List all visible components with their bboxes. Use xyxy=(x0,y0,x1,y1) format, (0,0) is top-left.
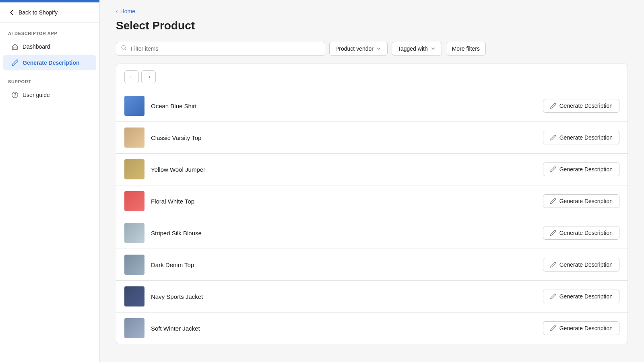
product-name: Classic Varsity Top xyxy=(151,134,537,141)
generate-btn-label: Generate Description xyxy=(559,103,613,109)
sidebar: Back to Shopify AI DESCRIPTOR APP Dashbo… xyxy=(0,0,100,362)
product-thumbnail xyxy=(124,159,144,179)
table-row: Ocean Blue Shirt Generate Description xyxy=(116,90,627,122)
product-name: Striped Silk Blouse xyxy=(151,230,537,237)
generate-btn-label: Generate Description xyxy=(559,230,613,236)
product-name: Soft Winter Jacket xyxy=(151,325,537,332)
breadcrumb-home[interactable]: Home xyxy=(120,8,135,14)
pencil-btn-icon xyxy=(550,198,556,204)
chevron-down-icon-2 xyxy=(430,46,436,51)
product-name: Ocean Blue Shirt xyxy=(151,103,537,109)
product-name: Navy Sports Jacket xyxy=(151,293,537,300)
main-content: ‹ Home Select Product Product vendor Tag… xyxy=(100,0,644,362)
table-row: Soft Winter Jacket Generate Description xyxy=(116,313,627,344)
more-filters-button[interactable]: More filters xyxy=(446,42,486,56)
pencil-btn-icon xyxy=(550,325,556,331)
table-row: Navy Sports Jacket Generate Description xyxy=(116,281,627,313)
generate-description-button[interactable]: Generate Description xyxy=(543,290,619,303)
table-row: Yellow Wool Jumper Generate Description xyxy=(116,154,627,185)
sidebar-generate-label: Generate Description xyxy=(23,60,80,66)
sidebar-userguide-label: User guide xyxy=(23,92,50,98)
search-icon xyxy=(121,45,127,53)
chevron-down-icon xyxy=(376,46,382,51)
product-vendor-filter[interactable]: Product vendor xyxy=(329,42,388,56)
product-name: Floral White Top xyxy=(151,198,537,205)
generate-btn-label: Generate Description xyxy=(559,325,613,331)
breadcrumb-chevron: ‹ xyxy=(116,8,118,14)
generate-description-button[interactable]: Generate Description xyxy=(543,162,619,176)
more-filters-label: More filters xyxy=(452,45,480,52)
sidebar-item-dashboard[interactable]: Dashboard xyxy=(3,39,96,54)
app-section-label: AI DESCRIPTOR APP xyxy=(0,23,99,39)
search-container xyxy=(116,42,325,56)
search-input[interactable] xyxy=(116,42,325,56)
table-row: Floral White Top Generate Description xyxy=(116,185,627,217)
tagged-with-filter[interactable]: Tagged with xyxy=(392,42,442,56)
product-list: Ocean Blue Shirt Generate Description Cl… xyxy=(116,90,627,344)
product-thumbnail xyxy=(124,128,144,148)
product-thumbnail xyxy=(124,318,144,338)
product-thumbnail xyxy=(124,223,144,243)
generate-description-button[interactable]: Generate Description xyxy=(543,99,619,113)
question-icon xyxy=(11,91,19,99)
sidebar-item-user-guide[interactable]: User guide xyxy=(3,87,96,103)
product-vendor-label: Product vendor xyxy=(335,45,374,52)
product-thumbnail xyxy=(124,96,144,116)
pagination-nav: ← → xyxy=(116,64,627,90)
next-page-button[interactable]: → xyxy=(141,70,156,83)
breadcrumb: ‹ Home xyxy=(116,0,628,19)
generate-description-button[interactable]: Generate Description xyxy=(543,194,619,208)
product-thumbnail xyxy=(124,255,144,275)
generate-description-button[interactable]: Generate Description xyxy=(543,321,619,335)
generate-btn-label: Generate Description xyxy=(559,293,613,300)
generate-description-button[interactable]: Generate Description xyxy=(543,226,619,240)
pencil-icon xyxy=(11,59,19,66)
support-section-label: SUPPORT xyxy=(0,71,99,87)
back-label: Back to Shopify xyxy=(19,9,58,16)
generate-btn-label: Generate Description xyxy=(559,261,613,268)
generate-description-button[interactable]: Generate Description xyxy=(543,131,619,144)
generate-btn-label: Generate Description xyxy=(559,166,613,173)
product-name: Yellow Wool Jumper xyxy=(151,166,537,173)
prev-page-button[interactable]: ← xyxy=(124,70,139,83)
generate-description-button[interactable]: Generate Description xyxy=(543,258,619,272)
product-name: Dark Denim Top xyxy=(151,261,537,268)
pencil-btn-icon xyxy=(550,166,556,173)
back-arrow-icon xyxy=(8,9,15,16)
table-row: Dark Denim Top Generate Description xyxy=(116,249,627,281)
pencil-btn-icon xyxy=(550,134,556,141)
svg-point-1 xyxy=(122,45,125,49)
table-row: Striped Silk Blouse Generate Description xyxy=(116,217,627,249)
page-title: Select Product xyxy=(116,19,628,32)
sidebar-dashboard-label: Dashboard xyxy=(23,43,50,50)
table-row: Classic Varsity Top Generate Description xyxy=(116,122,627,154)
home-icon xyxy=(11,43,19,50)
generate-btn-label: Generate Description xyxy=(559,134,613,141)
pencil-btn-icon xyxy=(550,261,556,268)
generate-btn-label: Generate Description xyxy=(559,198,613,204)
product-list-card: ← → Ocean Blue Shirt Generate Descriptio… xyxy=(116,64,628,344)
product-thumbnail xyxy=(124,191,144,211)
filter-bar: Product vendor Tagged with More filters xyxy=(116,42,628,56)
pencil-btn-icon xyxy=(550,103,556,109)
product-thumbnail xyxy=(124,286,144,306)
sidebar-item-generate[interactable]: Generate Description xyxy=(3,55,96,70)
back-to-shopify-button[interactable]: Back to Shopify xyxy=(0,2,99,23)
pencil-btn-icon xyxy=(550,230,556,236)
pencil-btn-icon xyxy=(550,293,556,300)
tagged-with-label: Tagged with xyxy=(398,45,428,52)
